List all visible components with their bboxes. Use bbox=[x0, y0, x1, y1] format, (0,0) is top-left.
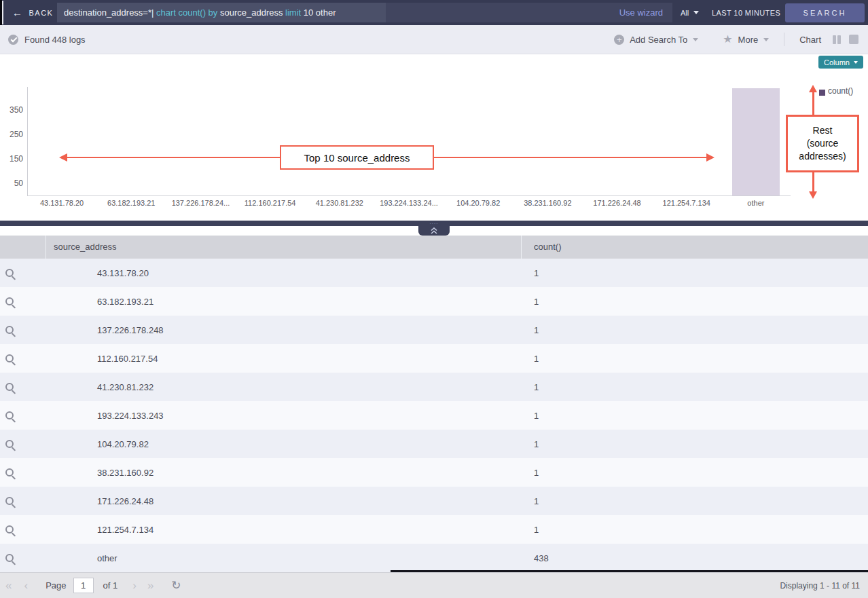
back-label: BACK bbox=[29, 9, 54, 17]
query-segment-keyword: by bbox=[209, 7, 220, 18]
row-search-cell bbox=[0, 468, 46, 476]
table-row: 112.160.217.541 bbox=[0, 344, 868, 373]
row-source-address: 41.230.81.232 bbox=[46, 382, 522, 392]
magnifier-icon[interactable] bbox=[5, 297, 14, 305]
magnifier-icon[interactable] bbox=[5, 497, 14, 505]
magnifier-icon[interactable] bbox=[5, 354, 14, 362]
magnifier-icon[interactable] bbox=[5, 554, 14, 562]
query-segment-keyword: chart count() bbox=[156, 7, 209, 18]
row-count: 1 bbox=[522, 297, 868, 307]
row-count: 1 bbox=[522, 496, 868, 506]
page-number-input[interactable] bbox=[73, 578, 94, 593]
query-segment-plain: destination_address=*| bbox=[64, 7, 156, 18]
row-search-cell bbox=[0, 297, 46, 305]
y-axis-line bbox=[27, 87, 28, 195]
chart-bar[interactable] bbox=[732, 88, 780, 195]
chevron-down-icon bbox=[693, 38, 698, 41]
row-count: 1 bbox=[522, 354, 868, 364]
row-source-address: 43.131.78.20 bbox=[46, 268, 522, 278]
magnifier-icon[interactable] bbox=[5, 383, 14, 391]
chevron-down-icon bbox=[763, 38, 769, 41]
query-segment-plain: 10 other bbox=[304, 7, 336, 18]
row-count: 1 bbox=[522, 439, 868, 449]
header-icon-column bbox=[0, 236, 46, 259]
plus-circle-icon: + bbox=[614, 35, 624, 45]
annotation-vertical-arrow-down bbox=[812, 171, 814, 192]
table-header: source_address count() bbox=[0, 236, 868, 259]
row-count: 1 bbox=[522, 525, 868, 535]
first-page-button[interactable]: « bbox=[5, 580, 12, 591]
row-search-cell bbox=[0, 269, 46, 277]
use-wizard-link[interactable]: Use wizard bbox=[619, 7, 663, 18]
chart-type-selector[interactable]: Column bbox=[818, 56, 863, 69]
header-source-address[interactable]: source_address bbox=[46, 236, 522, 259]
row-count: 438 bbox=[522, 553, 868, 563]
grid-view-toggle-icon[interactable] bbox=[849, 35, 858, 44]
search-query-input[interactable]: destination_address=*| chart count() by … bbox=[57, 3, 386, 22]
legend-swatch bbox=[819, 90, 825, 96]
chart-label: Chart bbox=[799, 35, 821, 45]
row-search-cell bbox=[0, 411, 46, 419]
magnifier-icon[interactable] bbox=[5, 440, 14, 448]
magnifier-icon[interactable] bbox=[5, 326, 14, 334]
check-circle-icon bbox=[8, 35, 18, 45]
double-chevron-up-icon bbox=[430, 227, 438, 234]
magnifier-icon[interactable] bbox=[5, 411, 14, 419]
magnifier-icon[interactable] bbox=[5, 269, 14, 277]
magnifier-icon[interactable] bbox=[5, 468, 14, 476]
row-source-address: 104.20.79.82 bbox=[46, 439, 522, 449]
y-tick-label: 150 bbox=[0, 154, 23, 164]
last-page-button[interactable]: » bbox=[147, 580, 153, 591]
x-tick-label: 171.226.24.48 bbox=[583, 199, 652, 207]
back-arrow-icon: ← bbox=[12, 7, 24, 18]
x-tick-label: 121.254.7.134 bbox=[652, 199, 721, 207]
previous-page-button[interactable]: ‹ bbox=[24, 580, 28, 591]
row-count: 1 bbox=[522, 268, 868, 278]
chevron-down-icon bbox=[854, 61, 858, 64]
row-source-address: 193.224.133.243 bbox=[46, 411, 522, 421]
search-button[interactable]: SEARCH bbox=[785, 3, 865, 22]
x-tick-label: 43.131.78.20 bbox=[27, 199, 96, 207]
toolbar-divider bbox=[784, 33, 784, 46]
row-source-address: 137.226.178.248 bbox=[46, 325, 522, 335]
y-tick-label: 250 bbox=[0, 130, 23, 139]
displaying-status: Displaying 1 - 11 of 11 bbox=[780, 581, 860, 591]
status-text: Found 448 logs bbox=[24, 35, 86, 45]
refresh-icon[interactable]: ↻ bbox=[171, 580, 181, 591]
add-search-to-dropdown[interactable]: + Add Search To bbox=[614, 35, 698, 45]
table-row: 41.230.81.2321 bbox=[0, 373, 868, 401]
table-row: 171.226.24.481 bbox=[0, 487, 868, 515]
row-search-cell bbox=[0, 497, 46, 505]
chart-legend: count() bbox=[819, 86, 853, 96]
collapse-chart-button[interactable] bbox=[418, 226, 450, 236]
chevron-down-icon bbox=[693, 11, 699, 14]
row-source-address: 38.231.160.92 bbox=[46, 468, 522, 478]
search-status: Found 448 logs bbox=[8, 35, 86, 45]
results-table-body: 43.131.78.20163.182.193.211137.226.178.2… bbox=[0, 259, 868, 572]
star-icon: ★ bbox=[723, 34, 732, 45]
top-search-bar: ← BACK destination_address=*| chart coun… bbox=[0, 0, 868, 25]
annotation-arrowhead-down bbox=[809, 191, 817, 199]
search-input-container: destination_address=*| chart count() by … bbox=[57, 3, 672, 22]
panel-splitter[interactable]: .... bbox=[0, 221, 868, 226]
back-button[interactable]: ← BACK bbox=[12, 0, 53, 25]
row-source-address: 171.226.24.48 bbox=[46, 496, 522, 506]
time-range-value: LAST 10 MINUTES bbox=[712, 9, 780, 17]
page-of-label: of 1 bbox=[103, 580, 118, 591]
table-row: 43.131.78.201 bbox=[0, 259, 868, 287]
row-source-address: other bbox=[46, 553, 522, 563]
header-count[interactable]: count() bbox=[522, 236, 868, 259]
annotation-top10-box: Top 10 source_address bbox=[280, 145, 434, 170]
table-row: 104.20.79.821 bbox=[0, 430, 868, 458]
scope-dropdown[interactable]: All bbox=[681, 0, 699, 25]
chart-view-toggle-icon[interactable] bbox=[832, 35, 842, 45]
more-dropdown[interactable]: ★ More bbox=[723, 34, 769, 45]
annotation-rest-box: Rest (source addresses) bbox=[786, 115, 859, 172]
time-range-dropdown[interactable]: LAST 10 MINUTES bbox=[712, 0, 791, 25]
query-segment-plain: source_address bbox=[220, 7, 285, 18]
table-row: 38.231.160.921 bbox=[0, 458, 868, 487]
x-axis-line bbox=[27, 195, 791, 196]
magnifier-icon[interactable] bbox=[5, 525, 14, 534]
next-page-button[interactable]: › bbox=[132, 580, 137, 591]
row-count: 1 bbox=[522, 411, 868, 421]
